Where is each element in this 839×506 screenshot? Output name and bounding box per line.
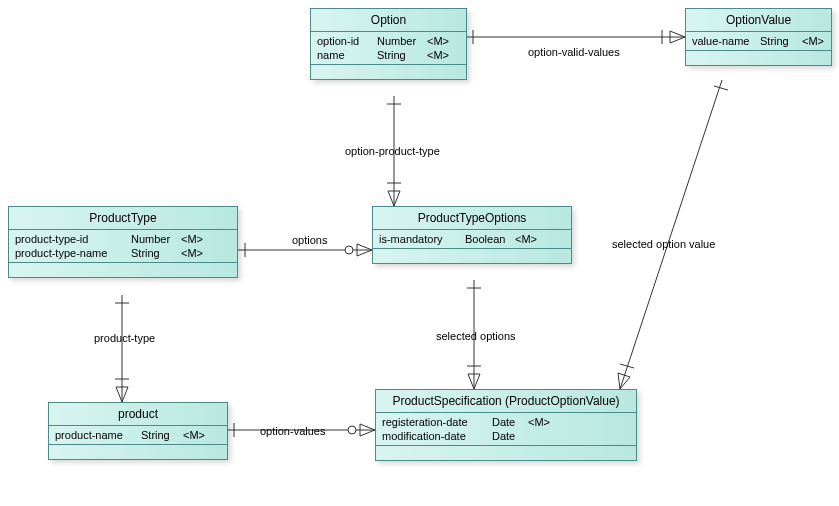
entity-optionvalue-title: OptionValue: [686, 9, 831, 32]
rel-selected-options: selected options: [436, 330, 516, 342]
entity-product-row: product-name String <M>: [49, 428, 227, 442]
entity-optionvalue-row: value-name String <M>: [686, 34, 831, 48]
entity-producttypeoptions-title: ProductTypeOptions: [373, 207, 571, 230]
rel-option-valid-values: option-valid-values: [528, 46, 620, 58]
entity-productspec-title: ProductSpecification (ProductOptionValue…: [376, 390, 636, 413]
entity-producttypeoptions-row: is-mandatory Boolean <M>: [373, 232, 571, 246]
rel-option-product-type: option-product-type: [345, 145, 440, 157]
entity-producttype: ProductType product-type-id Number <M> p…: [8, 206, 238, 278]
entity-productspec: ProductSpecification (ProductOptionValue…: [375, 389, 637, 461]
rel-options: options: [292, 234, 327, 246]
svg-point-8: [345, 246, 353, 254]
entity-producttype-row: product-type-id Number <M>: [9, 232, 237, 246]
entity-option-title: Option: [311, 9, 466, 32]
entity-product: product product-name String <M>: [48, 402, 228, 460]
entity-productspec-row: modification-date Date: [376, 429, 636, 443]
entity-producttypeoptions: ProductTypeOptions is-mandatory Boolean …: [372, 206, 572, 264]
svg-line-18: [620, 80, 722, 389]
entity-option: Option option-id Number <M> name String …: [310, 8, 467, 80]
rel-option-values: option-values: [260, 425, 325, 437]
svg-point-17: [348, 426, 356, 434]
rel-selected-option-value: selected option value: [612, 238, 715, 250]
entity-productspec-row: registeration-date Date <M>: [376, 415, 636, 429]
entity-product-title: product: [49, 403, 227, 426]
entity-producttype-row: product-type-name String <M>: [9, 246, 237, 260]
rel-product-type: product-type: [94, 332, 155, 344]
entity-producttype-title: ProductType: [9, 207, 237, 230]
entity-option-row: option-id Number <M>: [311, 34, 466, 48]
svg-line-19: [714, 86, 728, 90]
entity-optionvalue: OptionValue value-name String <M>: [685, 8, 832, 66]
svg-line-20: [620, 364, 634, 368]
entity-option-row: name String <M>: [311, 48, 466, 62]
